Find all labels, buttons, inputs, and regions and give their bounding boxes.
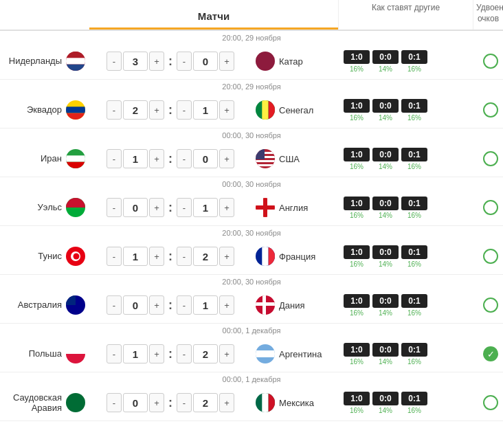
plus-btn-left-7[interactable]: +: [149, 393, 164, 412]
match-date-7: 00:00, 1 декабря: [0, 372, 503, 385]
double-col-6[interactable]: ✓: [478, 346, 503, 361]
plus-btn-right-3[interactable]: +: [219, 198, 234, 217]
odd-item-4-2[interactable]: 0:116%: [401, 245, 427, 268]
odd-item-0-0[interactable]: 1:016%: [344, 50, 370, 73]
plus-btn-left-1[interactable]: +: [149, 100, 164, 120]
odd-item-1-0[interactable]: 1:016%: [344, 99, 370, 122]
team-right-flag-2: [256, 149, 275, 168]
odd-item-6-1[interactable]: 0:014%: [372, 343, 399, 366]
team-right-flag-6: [256, 344, 275, 363]
plus-btn-right-0[interactable]: +: [219, 52, 234, 71]
team-right-flag-5: [256, 295, 275, 315]
plus-btn-left-0[interactable]: +: [149, 52, 164, 71]
double-col-5[interactable]: [478, 298, 503, 313]
minus-btn-left-2[interactable]: -: [107, 149, 122, 168]
team-left-flag-2: [66, 149, 85, 168]
minus-btn-right-4[interactable]: -: [177, 247, 192, 266]
svg-rect-40: [66, 295, 76, 305]
plus-btn-right-4[interactable]: +: [219, 247, 234, 266]
team-right-name-6: Аргентина: [279, 349, 322, 359]
svg-rect-8: [66, 113, 85, 120]
odd-item-6-2[interactable]: 0:116%: [401, 343, 427, 366]
plus-btn-right-6[interactable]: +: [219, 344, 234, 363]
header-matches-title: Матчи: [89, 10, 338, 30]
svg-rect-3: [66, 65, 85, 71]
plus-btn-right-1[interactable]: +: [219, 100, 234, 120]
minus-btn-left-5[interactable]: -: [107, 295, 122, 315]
minus-btn-left-6[interactable]: -: [107, 344, 122, 363]
team-right-flag-7: [256, 393, 275, 412]
plus-btn-right-5[interactable]: +: [219, 295, 234, 315]
odd-pct-0-1: 14%: [379, 65, 392, 73]
team-left-5: Австралия: [0, 295, 89, 315]
odd-badge-0-2: 0:1: [401, 50, 427, 64]
minus-btn-right-6[interactable]: -: [177, 344, 192, 363]
team-right-name-7: Мексика: [279, 398, 314, 408]
minus-btn-right-3[interactable]: -: [177, 198, 192, 217]
score-block-2: -1+:-0+: [89, 149, 252, 168]
score-val-right-5: 1: [193, 295, 218, 315]
minus-btn-right-1[interactable]: -: [177, 100, 192, 120]
odd-item-1-1[interactable]: 0:014%: [372, 99, 399, 122]
plus-btn-left-4[interactable]: +: [149, 247, 164, 266]
minus-btn-right-5[interactable]: -: [177, 295, 192, 315]
plus-btn-left-3[interactable]: +: [149, 198, 164, 217]
minus-btn-right-0[interactable]: -: [177, 52, 192, 71]
odd-item-5-1[interactable]: 0:014%: [372, 294, 399, 317]
plus-btn-right-2[interactable]: +: [219, 149, 234, 168]
minus-btn-left-4[interactable]: -: [107, 247, 122, 266]
double-check-icon-6: ✓: [483, 346, 498, 361]
odd-item-2-1[interactable]: 0:014%: [372, 148, 399, 170]
minus-btn-right-7[interactable]: -: [177, 393, 192, 412]
odd-item-7-1[interactable]: 0:014%: [372, 392, 399, 414]
plus-btn-left-2[interactable]: +: [149, 149, 164, 168]
odd-item-4-0[interactable]: 1:016%: [344, 245, 370, 268]
odd-item-7-2[interactable]: 0:116%: [401, 392, 427, 414]
odd-item-5-2[interactable]: 0:116%: [401, 294, 427, 317]
score-val-left-2: 1: [123, 149, 148, 168]
odd-pct-0-0: 16%: [350, 65, 364, 73]
odd-badge-1-1: 0:0: [372, 99, 399, 113]
svg-rect-16: [66, 162, 85, 168]
team-left-name-0: Нидерланды: [9, 56, 62, 67]
match-date-0: 20:00, 29 ноября: [0, 31, 503, 43]
odd-item-0-2[interactable]: 0:116%: [401, 50, 427, 73]
odd-item-4-1[interactable]: 0:014%: [372, 245, 399, 268]
double-col-4[interactable]: [478, 249, 503, 264]
minus-btn-left-3[interactable]: -: [107, 198, 122, 217]
minus-btn-left-7[interactable]: -: [107, 393, 122, 412]
double-col-7[interactable]: [478, 395, 503, 410]
odd-pct-3-0: 16%: [350, 212, 364, 219]
match-date-1: 20:00, 29 ноября: [0, 80, 503, 92]
odd-badge-3-0: 1:0: [344, 197, 370, 210]
double-col-0[interactable]: [478, 54, 503, 69]
odd-item-5-0[interactable]: 1:016%: [344, 294, 370, 317]
odd-item-3-1[interactable]: 0:014%: [372, 197, 399, 219]
double-col-2[interactable]: [478, 151, 503, 166]
odd-item-3-2[interactable]: 0:116%: [401, 197, 427, 219]
odd-badge-1-2: 0:1: [401, 99, 427, 113]
odd-item-2-0[interactable]: 1:016%: [344, 148, 370, 170]
plus-btn-right-7[interactable]: +: [219, 393, 234, 412]
score-val-right-6: 2: [193, 344, 218, 363]
odd-item-7-0[interactable]: 1:016%: [344, 392, 370, 414]
odd-item-1-2[interactable]: 0:116%: [401, 99, 427, 122]
odd-item-2-2[interactable]: 0:116%: [401, 148, 427, 170]
minus-btn-left-1[interactable]: -: [107, 100, 122, 120]
score-val-right-7: 2: [193, 393, 218, 412]
double-circle-icon-7: [483, 395, 498, 410]
odd-pct-5-0: 16%: [350, 309, 364, 317]
double-col-3[interactable]: [478, 200, 503, 215]
plus-btn-left-6[interactable]: +: [149, 344, 164, 363]
odd-item-0-1[interactable]: 0:014%: [372, 50, 399, 73]
minus-btn-left-0[interactable]: -: [107, 52, 122, 71]
team-right-name-5: Дания: [279, 300, 305, 311]
odd-item-3-0[interactable]: 1:016%: [344, 197, 370, 219]
double-col-1[interactable]: [478, 102, 503, 117]
odd-item-6-0[interactable]: 1:016%: [344, 343, 370, 366]
svg-rect-30: [256, 205, 275, 210]
minus-btn-right-2[interactable]: -: [177, 149, 192, 168]
match-row-2: Иран-1+:-0+США1:016%0:014%0:116%: [0, 141, 503, 177]
odd-badge-7-2: 0:1: [401, 392, 427, 405]
plus-btn-left-5[interactable]: +: [149, 295, 164, 315]
